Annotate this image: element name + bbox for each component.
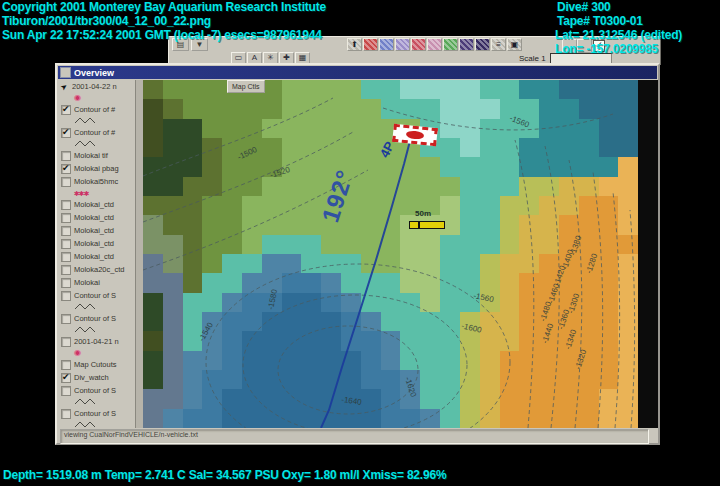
layer-list: ➤2001-04-22 n◉✔Contour of #✔Contour of #… bbox=[59, 80, 134, 428]
layer-checkbox[interactable] bbox=[61, 314, 71, 324]
toolbar-flat-button-2[interactable] bbox=[577, 39, 592, 53]
blue-checker-icon[interactable] bbox=[379, 38, 394, 51]
layer-item[interactable]: 2001-04-21 n bbox=[59, 335, 134, 348]
layer-checkbox[interactable] bbox=[61, 177, 71, 187]
layer-item[interactable]: ✔Contour of # bbox=[59, 126, 134, 139]
layer-legend-row: ✱✱✱ bbox=[59, 188, 134, 198]
overlay-visible-checkbox[interactable]: ✓ bbox=[593, 40, 605, 52]
layer-checkbox[interactable] bbox=[61, 239, 71, 249]
file-tool-icon[interactable]: ▤ bbox=[172, 38, 189, 51]
layer-legend-row bbox=[59, 420, 134, 428]
toolbar-left-buttons: ▤▼ bbox=[172, 38, 208, 51]
dark-purple-pattern-icon[interactable] bbox=[475, 38, 490, 51]
layer-label: Contour of # bbox=[74, 105, 115, 113]
pink-pattern-icon[interactable] bbox=[427, 38, 442, 51]
layer-item[interactable]: ➤2001-04-22 n bbox=[59, 80, 134, 93]
lavender-checker-icon[interactable] bbox=[395, 38, 410, 51]
dropdown-tool-icon[interactable]: ▼ bbox=[191, 38, 208, 51]
layer-label: Molokai bbox=[74, 278, 100, 286]
green-pattern-icon[interactable] bbox=[443, 38, 458, 51]
contour-line bbox=[515, 140, 534, 428]
layer-item[interactable]: Molokai5hmc bbox=[59, 175, 134, 188]
layer-item[interactable]: Moloka20c_ctd bbox=[59, 263, 134, 276]
layer-item[interactable]: Contour of S bbox=[59, 312, 134, 325]
contour-wave-icon bbox=[74, 326, 96, 334]
layer-checkbox[interactable] bbox=[61, 226, 71, 236]
layer-checkbox[interactable] bbox=[61, 213, 71, 223]
rov-body-icon bbox=[406, 130, 425, 140]
purple-pattern-icon[interactable] bbox=[459, 38, 474, 51]
window-title: Overview bbox=[74, 68, 114, 78]
layer-item[interactable]: Molokai bbox=[59, 276, 134, 289]
layer-checkbox[interactable] bbox=[61, 252, 71, 262]
contour-depth-label: -1540 bbox=[197, 320, 215, 343]
layer-checkbox[interactable]: ✔ bbox=[61, 373, 71, 383]
contour-wave-icon bbox=[74, 140, 96, 148]
layer-item[interactable]: Molokai_ctd bbox=[59, 211, 134, 224]
contour-ring bbox=[243, 295, 467, 428]
map-ctls-button[interactable]: Map Ctls bbox=[227, 80, 265, 93]
layer-checkbox[interactable]: ✔ bbox=[61, 164, 71, 174]
layer-label: Moloka20c_ctd bbox=[74, 265, 124, 273]
map-canvas[interactable]: -1500-1520-1540-1560-1560-1580-1600-1620… bbox=[143, 80, 658, 428]
red-checker-icon[interactable] bbox=[363, 38, 378, 51]
layer-checkbox[interactable] bbox=[61, 360, 71, 370]
window-frame-icon[interactable]: ▣ bbox=[507, 38, 522, 51]
layer-label: Contour of S bbox=[74, 291, 116, 299]
layer-label: Map Cutouts bbox=[74, 360, 117, 368]
contour-line bbox=[593, 172, 603, 428]
red-dot-pattern-icon[interactable] bbox=[411, 38, 426, 51]
window-titlebar[interactable]: Overview bbox=[58, 66, 657, 79]
layer-label: 2001-04-21 n bbox=[74, 337, 119, 345]
layer-item[interactable]: ✔Molokai pbag bbox=[59, 162, 134, 175]
layer-item[interactable]: Molokai_ctd bbox=[59, 198, 134, 211]
contour-wave-icon bbox=[74, 398, 96, 406]
contour-depth-label: -1600 bbox=[461, 321, 484, 335]
layer-label: Molokai_ctd bbox=[74, 239, 114, 247]
layer-label: Molokai pbag bbox=[74, 164, 119, 172]
layer-checkbox[interactable] bbox=[61, 409, 71, 419]
layer-label: Molokai tif bbox=[74, 151, 108, 159]
layer-item[interactable]: ✔Div_watch bbox=[59, 371, 134, 384]
layer-legend-row bbox=[59, 116, 134, 126]
contour-wave-icon bbox=[74, 421, 96, 428]
contour-depth-label: -1560 bbox=[508, 114, 531, 130]
nav-up-icon[interactable]: ⬆ bbox=[347, 38, 362, 51]
layer-legend-row bbox=[59, 397, 134, 407]
layer-item[interactable]: Molokai_ctd bbox=[59, 224, 134, 237]
contour-wave-icon bbox=[74, 117, 96, 125]
layer-checkbox[interactable] bbox=[61, 200, 71, 210]
contour-line bbox=[613, 192, 620, 428]
layer-label: Contour of S bbox=[74, 409, 116, 417]
layer-item[interactable]: Molokai_ctd bbox=[59, 237, 134, 250]
list-lines-icon[interactable]: ≡ bbox=[491, 38, 506, 51]
layer-item[interactable]: Contour of S bbox=[59, 384, 134, 397]
layer-checkbox[interactable]: ✔ bbox=[61, 105, 71, 115]
pointer-arrow-icon[interactable]: ➤ bbox=[59, 81, 70, 92]
window-menu-icon[interactable] bbox=[60, 67, 71, 78]
status-text: viewing CualNorFindVEHICLE/n-vehicle.txt bbox=[60, 429, 649, 444]
layer-label: Contour of # bbox=[74, 128, 115, 136]
layer-legend-row: ◉ bbox=[59, 348, 134, 358]
overlay-tape: Tape# T0300-01 bbox=[557, 14, 643, 28]
layer-item[interactable]: Map Cutouts bbox=[59, 358, 134, 371]
layer-checkbox[interactable] bbox=[61, 278, 71, 288]
layer-checkbox[interactable] bbox=[61, 265, 71, 275]
layer-legend-row bbox=[59, 325, 134, 335]
scale-label: Scale 1 bbox=[519, 54, 546, 63]
layer-item[interactable]: Molokai_ctd bbox=[59, 250, 134, 263]
contour-line bbox=[143, 98, 333, 176]
window-body: ➤2001-04-22 n◉✔Contour of #✔Contour of #… bbox=[58, 80, 657, 428]
layer-item[interactable]: Molokai tif bbox=[59, 149, 134, 162]
app-toolbar: ▤▼ ⬆≡▣ ✓ ▭A✳✚▦ Scale 1 bbox=[168, 36, 661, 65]
layer-item[interactable]: Contour of S bbox=[59, 407, 134, 420]
toolbar-flat-button-1[interactable] bbox=[562, 39, 577, 53]
layer-checkbox[interactable] bbox=[61, 291, 71, 301]
window-statusbar: viewing CualNorFindVEHICLE/n-vehicle.txt bbox=[58, 428, 657, 442]
layer-item[interactable]: Contour of S bbox=[59, 289, 134, 302]
layer-item[interactable]: ✔Contour of # bbox=[59, 103, 134, 116]
layer-checkbox[interactable] bbox=[61, 386, 71, 396]
layer-checkbox[interactable] bbox=[61, 151, 71, 161]
layer-checkbox[interactable]: ✔ bbox=[61, 128, 71, 138]
layer-checkbox[interactable] bbox=[61, 337, 71, 347]
